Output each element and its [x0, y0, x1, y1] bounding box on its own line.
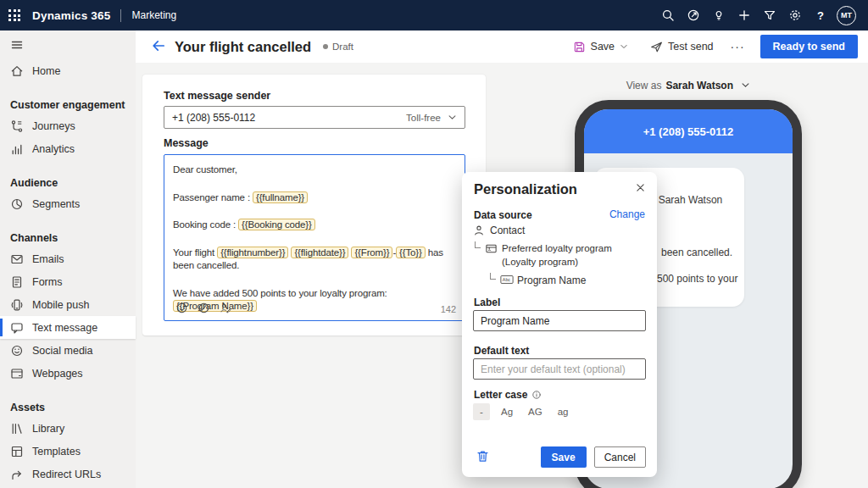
save-button[interactable]: Save: [573, 41, 634, 53]
message-text: Dear customer,Passenger name : {{fullnam…: [164, 155, 465, 313]
mobile-icon: [10, 298, 24, 312]
personalization-token[interactable]: {{From}}: [351, 247, 392, 258]
sidebar-item-home[interactable]: Home: [0, 59, 136, 82]
sidebar-section-heading: Channels: [0, 229, 136, 247]
avatar[interactable]: MT: [837, 6, 856, 25]
settings-button[interactable]: [782, 0, 808, 30]
message-toolbar: 142: [173, 302, 456, 316]
tree-root-contact[interactable]: Contact: [473, 225, 525, 236]
person-icon: [473, 225, 485, 236]
status-badge: Draft: [323, 42, 353, 52]
analytics-icon: [10, 142, 24, 156]
letter-case-options: -AgAGag: [473, 403, 580, 420]
journeys-icon: [10, 119, 24, 133]
sidebar-item-templates[interactable]: Templates: [0, 440, 136, 463]
search-button[interactable]: [655, 0, 681, 30]
test-send-button[interactable]: Test send: [650, 41, 714, 53]
emoji-button[interactable]: [173, 302, 190, 316]
close-button[interactable]: [630, 179, 650, 199]
sidebar-item-segments[interactable]: Segments: [0, 192, 136, 215]
add-button[interactable]: [732, 0, 757, 30]
change-link[interactable]: Change: [609, 208, 645, 220]
prohibited-button[interactable]: [195, 302, 212, 316]
sidebar-item-emails[interactable]: Emails: [0, 247, 136, 270]
message-label: Message: [164, 137, 209, 149]
prohibited-icon: [198, 302, 210, 314]
letter-case-option-3[interactable]: ag: [554, 403, 573, 420]
personalization-token[interactable]: {{To}}: [396, 247, 426, 258]
tree-relationship[interactable]: Preferred loyalty program (Loyalty progr…: [502, 242, 646, 269]
command-bar-actions: Save Test send ··· Ready to send: [556, 35, 868, 58]
sidebar-item-redirect-urls[interactable]: Redirect URLs: [0, 463, 136, 485]
personalization-token[interactable]: {{flightdate}}: [291, 247, 348, 258]
app-title: Dynamics 365: [32, 9, 110, 22]
lightbulb-button[interactable]: [706, 0, 732, 30]
dialog-save-button[interactable]: Save: [541, 446, 587, 468]
library-icon: [10, 422, 24, 435]
dialog-footer: Save Cancel: [474, 446, 646, 468]
delete-button[interactable]: [474, 449, 491, 466]
letter-case-option-0[interactable]: -: [473, 403, 490, 420]
default-text-input[interactable]: [473, 358, 646, 380]
templates-icon: [10, 445, 24, 458]
more-commands-button[interactable]: ···: [731, 40, 745, 53]
sidebar: HomeCustomer engagementJourneysAnalytics…: [0, 30, 136, 488]
app-root: Dynamics 365 Marketing ?MT HomeCustomer …: [0, 0, 868, 488]
letter-case-option-2[interactable]: AG: [524, 403, 547, 420]
label-input[interactable]: [473, 310, 646, 331]
sidebar-item-text-message[interactable]: Text message: [0, 316, 136, 339]
sidebar-item-analytics[interactable]: Analytics: [0, 137, 136, 160]
default-text-label: Default text: [474, 345, 529, 357]
sidebar-collapse-button[interactable]: [0, 30, 136, 59]
settings-icon: [788, 8, 802, 22]
sidebar-section-heading: Assets: [0, 398, 136, 417]
personalize-button[interactable]: [217, 302, 234, 316]
area-title[interactable]: Marketing: [131, 9, 176, 21]
bubble-text-fragment: been cancelled.: [661, 247, 732, 258]
ready-to-send-button[interactable]: Ready to send: [760, 35, 858, 58]
tree-field[interactable]: Program Name: [517, 274, 586, 286]
status-dot-icon: [323, 44, 328, 49]
sidebar-item-library[interactable]: Library: [0, 417, 136, 440]
letter-case-option-1[interactable]: Ag: [497, 403, 517, 420]
sidebar-item-forms[interactable]: Forms: [0, 270, 136, 293]
lookup-table-icon: [485, 242, 498, 255]
character-count: 142: [441, 304, 456, 314]
sender-select[interactable]: +1 (208) 555-0112 Toll-free: [164, 106, 465, 129]
sidebar-item-mobile-push[interactable]: Mobile push: [0, 293, 136, 316]
back-button[interactable]: [149, 37, 168, 56]
svg-text:Abc: Abc: [503, 277, 511, 282]
view-as-dropdown[interactable]: View asSarah Watson: [575, 80, 802, 92]
command-bar: Your flight cancelled Draft Save Test se…: [136, 30, 868, 63]
topbar: Dynamics 365 Marketing ?MT: [0, 0, 868, 30]
personalize-icon: [220, 302, 232, 314]
app-launcher-button[interactable]: [0, 0, 29, 30]
forms-icon: [10, 275, 24, 289]
topbar-actions: ?MT: [655, 0, 868, 30]
redirect-icon: [10, 468, 24, 481]
compass-button[interactable]: [681, 0, 706, 30]
personalization-token[interactable]: {{flightnumber}}: [217, 247, 288, 258]
label-label: Label: [474, 297, 500, 308]
close-icon: [635, 182, 646, 193]
personalization-token[interactable]: {{Booking code}}: [238, 219, 315, 230]
info-icon: [531, 390, 542, 400]
message-line: Your flight {{flightnumber}} {{flightdat…: [173, 247, 456, 273]
save-icon: [573, 41, 586, 53]
dialog-cancel-button[interactable]: Cancel: [594, 446, 646, 468]
message-editor[interactable]: Dear customer,Passenger name : {{fullnam…: [164, 154, 465, 321]
sidebar-item-webpages[interactable]: Webpages: [0, 362, 136, 385]
filter-button[interactable]: [757, 0, 782, 30]
home-icon: [10, 64, 24, 78]
emails-icon: [10, 252, 24, 266]
emoji-icon: [175, 302, 188, 314]
personalization-token[interactable]: {{fullname}}: [253, 191, 308, 203]
chevron-down-icon: [448, 113, 457, 122]
message-line: Booking code : {{Booking code}}: [173, 219, 456, 232]
sidebar-item-journeys[interactable]: Journeys: [0, 114, 136, 137]
compass-icon: [687, 8, 700, 22]
help-button[interactable]: ?: [808, 0, 833, 30]
sender-type: Toll-free: [406, 113, 457, 123]
sidebar-item-social-media[interactable]: Social media: [0, 339, 136, 362]
data-source-label: Data source: [474, 209, 532, 221]
